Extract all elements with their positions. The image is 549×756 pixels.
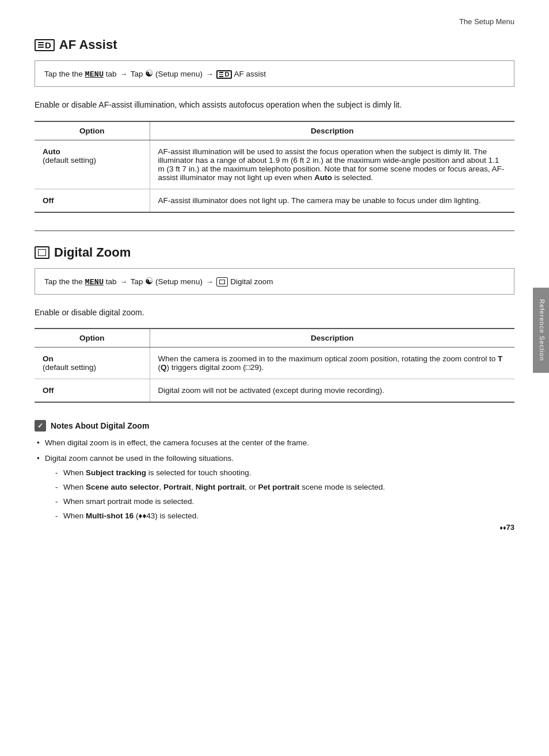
dz-nav-setup-label: (Setup menu)	[155, 277, 203, 286]
right-tab: Reference Section	[533, 288, 549, 373]
notes-sub-list: When Subject tracking is selected for to…	[45, 467, 514, 522]
dz-nav-arrow-1: →	[120, 277, 127, 286]
af-line-inline-2	[219, 74, 223, 75]
af-d-inline: D	[224, 71, 229, 78]
digital-zoom-title: Digital Zoom	[54, 245, 131, 260]
af-nav-menu: MENU	[85, 70, 104, 79]
pet-portrait-bold: Pet portrait	[258, 483, 299, 491]
digital-zoom-description: Enable or disable digital zoom.	[35, 306, 514, 319]
af-table-cell-option-auto: Auto(default setting)	[35, 140, 150, 189]
footer-icon-1: ♦♦	[500, 524, 506, 531]
af-line-3	[38, 47, 44, 48]
notes-sub-item-1: When Subject tracking is selected for to…	[53, 467, 514, 479]
af-nav-suffix: AF assist	[234, 70, 266, 78]
af-lines-icon	[38, 42, 44, 48]
af-setup-icon: ☯	[145, 68, 153, 78]
af-assist-heading: D AF Assist	[35, 37, 514, 52]
notes-item-1: When digital zoom is in effect, the came…	[35, 437, 514, 449]
dz-table-cell-option-on: On(default setting)	[35, 348, 150, 379]
scene-auto-bold: Scene auto selector	[86, 483, 159, 491]
dz-nav-menu: MENU	[85, 278, 104, 287]
dz-table-cell-desc-off: Digital zoom will not be activated (exce…	[150, 379, 514, 403]
af-d-letter: D	[45, 41, 51, 49]
af-nav-icon-inline: D	[216, 70, 232, 79]
digital-zoom-section: Digital Zoom Tap the the MENU tab → Tap …	[35, 245, 514, 522]
notes-heading: ✓ Notes About Digital Zoom	[35, 420, 514, 432]
subject-tracking-bold: Subject tracking	[86, 468, 146, 477]
dz-default-label: (default setting)	[43, 363, 96, 372]
af-auto-bold: Auto	[314, 173, 332, 182]
af-default-label: (default setting)	[43, 156, 96, 165]
portrait-bold: Portrait	[163, 483, 191, 491]
af-assist-icon: D	[35, 39, 55, 51]
digital-zoom-heading: Digital Zoom	[35, 245, 514, 260]
multishot-bold: Multi-shot 16	[86, 511, 134, 520]
dz-table-col-description: Description	[150, 329, 514, 348]
dz-table-row-off: Off Digital zoom will not be activated (…	[35, 379, 514, 403]
dz-table-row-on: On(default setting) When the camera is z…	[35, 348, 514, 379]
af-table-col-option: Option	[35, 121, 150, 140]
dz-setup-icon: ☯	[145, 276, 153, 286]
af-table-col-description: Description	[150, 121, 514, 140]
dz-nav-suffix: Digital zoom	[230, 277, 273, 286]
dz-inner-box	[38, 249, 46, 256]
dz-inner-inline	[219, 280, 225, 284]
notes-item-2: Digital zoom cannot be used in the follo…	[35, 453, 514, 522]
dz-q-bold: Q	[161, 363, 167, 372]
page-header: The Setup Menu	[35, 17, 514, 26]
dz-nav-icon-inline	[216, 277, 228, 287]
af-line-2	[38, 44, 44, 45]
dz-table-cell-desc-on: When the camera is zoomed in to the maxi…	[150, 348, 514, 379]
dz-table-cell-option-off: Off	[35, 379, 150, 403]
af-table-row-off: Off AF-assist illuminator does not light…	[35, 189, 514, 212]
af-table-cell-desc-off: AF-assist illuminator does not light up.…	[150, 189, 514, 212]
dz-nav-tap: Tap	[131, 277, 143, 286]
section-divider-1	[35, 230, 514, 231]
notes-checkmark-icon: ✓	[35, 420, 46, 432]
af-nav-prefix: Tap the	[44, 70, 70, 78]
af-line-inline-3	[219, 76, 223, 77]
right-tab-text: Reference Section	[539, 299, 546, 361]
af-table-row-auto: Auto(default setting) AF-assist illumina…	[35, 140, 514, 189]
dz-nav-arrow-2: →	[206, 277, 214, 286]
page-container: The Setup Menu D AF Assist Tap the the M…	[0, 0, 549, 549]
digital-zoom-icon	[35, 246, 49, 259]
digital-zoom-nav-box: Tap the the MENU tab → Tap ☯ (Setup menu…	[35, 268, 514, 295]
af-lines-inline	[219, 72, 223, 77]
af-table-cell-desc-auto: AF-assist illumination will be used to a…	[150, 140, 514, 189]
notes-sub-item-4: When Multi-shot 16 (♦♦43) is selected.	[53, 510, 514, 522]
notes-list: When digital zoom is in effect, the came…	[35, 437, 514, 522]
notes-sub-item-2: When Scene auto selector, Portrait, Nigh…	[53, 482, 514, 494]
af-nav-arrow-2: →	[206, 70, 214, 78]
af-assist-table: Option Description Auto(default setting)…	[35, 121, 514, 213]
af-assist-section: D AF Assist Tap the the MENU tab → Tap ☯…	[35, 37, 514, 213]
af-table-cell-option-off: Off	[35, 189, 150, 212]
af-assist-nav-box: Tap the the MENU tab → Tap ☯ (Setup menu…	[35, 60, 514, 87]
dz-nav-prefix: Tap the	[44, 277, 70, 286]
notes-section: ✓ Notes About Digital Zoom When digital …	[35, 420, 514, 522]
notes-sub-item-3: When smart portrait mode is selected.	[53, 496, 514, 508]
footer-page-number: 73	[506, 523, 514, 532]
dz-table-col-option: Option	[35, 329, 150, 348]
af-nav-tap: Tap	[131, 70, 143, 78]
af-line-1	[38, 42, 44, 43]
page-footer: ♦♦73	[500, 523, 514, 532]
notes-title: Notes About Digital Zoom	[51, 421, 149, 430]
dz-t-bold: T	[498, 354, 502, 363]
af-nav-setup-label: (Setup menu)	[155, 70, 203, 78]
digital-zoom-table: Option Description On(default setting) W…	[35, 328, 514, 403]
af-assist-description: Enable or disable AF-assist illumination…	[35, 98, 514, 111]
af-line-inline-1	[219, 72, 223, 73]
af-nav-arrow-1: →	[120, 70, 127, 78]
night-portrait-bold: Night portrait	[196, 483, 245, 491]
header-title: The Setup Menu	[459, 17, 514, 26]
af-assist-title: AF Assist	[59, 37, 117, 52]
